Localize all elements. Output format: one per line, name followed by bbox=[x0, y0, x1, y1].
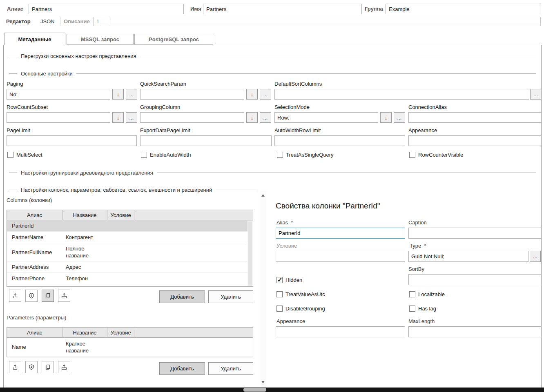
checkbox-box bbox=[409, 306, 415, 312]
column-header-alias[interactable]: Алиас bbox=[7, 210, 62, 220]
parameters-table: Алиас Название Условие Name Краткое назв… bbox=[7, 327, 253, 357]
columns-export-button[interactable] bbox=[58, 290, 70, 302]
editor-type-value[interactable]: JSON bbox=[40, 18, 55, 24]
export-data-page-limit-input[interactable] bbox=[140, 135, 272, 146]
prop-type-label: Type* bbox=[410, 243, 426, 249]
name-input[interactable] bbox=[203, 4, 362, 14]
columns-add-button[interactable]: Добавить bbox=[159, 290, 205, 303]
down-arrow-icon: ↓ bbox=[251, 91, 254, 97]
enable-auto-width-checkbox[interactable]: EnableAutoWidth bbox=[141, 152, 191, 158]
prop-type-ellipsis-button[interactable]: ... bbox=[530, 251, 541, 262]
multiselect-checkbox[interactable]: MultiSelect bbox=[7, 152, 42, 158]
connection-alias-input[interactable] bbox=[408, 112, 541, 123]
horizontal-scrollbar-thumb[interactable] bbox=[243, 388, 266, 392]
group-input[interactable] bbox=[386, 4, 541, 14]
hidden-checkbox[interactable]: Hidden bbox=[276, 277, 302, 283]
localizable-checkbox[interactable]: Localizable bbox=[409, 291, 445, 297]
row-count-subset-ellipsis-button[interactable]: ... bbox=[126, 112, 137, 123]
columns-copy-button[interactable] bbox=[42, 290, 54, 302]
treat-as-single-query-checkbox[interactable]: TreatAsSingleQuery bbox=[277, 152, 334, 158]
selection-mode-input[interactable] bbox=[274, 112, 378, 123]
quick-search-param-dropdown-button[interactable]: ↓ bbox=[246, 89, 258, 100]
scroll-up-icon[interactable] bbox=[261, 194, 265, 197]
parameters-import-button[interactable] bbox=[9, 361, 21, 373]
default-sort-columns-input[interactable] bbox=[274, 89, 529, 100]
columns-import-button[interactable] bbox=[9, 290, 21, 302]
columns-validate-button[interactable] bbox=[25, 290, 38, 302]
grouping-column-dropdown-button[interactable]: ↓ bbox=[246, 112, 258, 123]
down-arrow-icon: ↓ bbox=[117, 91, 120, 97]
properties-scrollbar[interactable] bbox=[260, 191, 266, 387]
paging-ellipsis-button[interactable]: ... bbox=[126, 89, 137, 100]
parameters-copy-button[interactable] bbox=[42, 361, 54, 373]
prop-alias-input[interactable] bbox=[276, 228, 405, 239]
group-label: Группа bbox=[365, 6, 383, 12]
column-header-condition[interactable]: Условие bbox=[107, 210, 134, 220]
columns-delete-button[interactable]: Удалить bbox=[208, 290, 253, 303]
paging-dropdown-button[interactable]: ↓ bbox=[112, 89, 124, 100]
parameters-validate-button[interactable] bbox=[25, 361, 38, 373]
param-header-caption[interactable]: Название bbox=[62, 328, 107, 337]
shield-arrow-down-icon bbox=[28, 364, 35, 370]
tab-metadata[interactable]: Метаданные bbox=[4, 33, 65, 45]
treat-value-as-utc-checkbox[interactable]: TreatValueAsUtc bbox=[276, 291, 325, 297]
prop-appearance-input[interactable] bbox=[276, 326, 405, 337]
ellipsis-icon: ... bbox=[263, 115, 268, 121]
table-row[interactable]: PartnerName Контрагент bbox=[7, 232, 253, 243]
columns-table: Алиас Название Условие PartnerId Partner… bbox=[7, 210, 253, 287]
row-counter-visible-checkbox[interactable]: RowCounterVisible bbox=[409, 152, 463, 158]
grouping-column-input[interactable] bbox=[140, 112, 244, 123]
table-row[interactable]: PartnerAddress Адрес bbox=[7, 261, 253, 273]
selection-mode-dropdown-button[interactable]: ↓ bbox=[380, 112, 392, 123]
auto-width-row-limit-input[interactable] bbox=[274, 135, 405, 146]
param-header-filler bbox=[134, 328, 253, 337]
table-row[interactable]: PartnerFullName Полное название bbox=[7, 243, 253, 261]
row-count-subset-dropdown-button[interactable]: ↓ bbox=[112, 112, 124, 123]
parameters-export-button[interactable] bbox=[58, 361, 70, 373]
selection-mode-ellipsis-button[interactable]: ... bbox=[394, 112, 405, 123]
table-row[interactable]: PartnerId bbox=[7, 220, 253, 232]
shield-arrow-down-icon bbox=[28, 292, 35, 299]
paging-label: Paging bbox=[7, 81, 23, 87]
prop-caption-input[interactable] bbox=[408, 228, 541, 239]
quick-search-param-label: QuickSearchParam bbox=[140, 81, 186, 87]
default-sort-columns-ellipsis-button[interactable]: ... bbox=[530, 89, 541, 100]
ellipsis-icon: ... bbox=[533, 91, 538, 97]
table-row[interactable]: PartnerPhone Телефон bbox=[7, 273, 253, 284]
prop-condition-input[interactable] bbox=[276, 251, 405, 262]
section-main-settings-title: Основные настройки bbox=[21, 71, 73, 77]
tab-postgresql-query[interactable]: PostgreSQL запрос bbox=[134, 34, 213, 45]
editor-divider bbox=[60, 17, 60, 26]
hastag-checkbox[interactable]: HasTag bbox=[409, 306, 436, 312]
param-header-condition[interactable]: Условие bbox=[107, 328, 134, 337]
row-count-subset-input[interactable] bbox=[7, 112, 110, 123]
prop-sortby-input[interactable] bbox=[408, 274, 541, 285]
paging-input[interactable] bbox=[7, 89, 110, 100]
quick-search-param-ellipsis-button[interactable]: ... bbox=[260, 89, 271, 100]
quick-search-param-input[interactable] bbox=[140, 89, 244, 100]
parameters-add-button[interactable]: Добавить bbox=[159, 362, 205, 375]
description-input[interactable] bbox=[111, 17, 541, 26]
columns-table-scrollbar[interactable] bbox=[247, 221, 253, 286]
param-header-alias[interactable]: Алиас bbox=[7, 328, 62, 337]
prop-alias-label: Alias* bbox=[276, 219, 293, 226]
cell-caption bbox=[62, 224, 107, 228]
column-header-filler bbox=[134, 210, 253, 220]
prop-type-input[interactable] bbox=[408, 251, 528, 262]
tab-mssql-query[interactable]: MSSQL запрос bbox=[67, 34, 134, 45]
prop-caption-label: Caption bbox=[408, 219, 427, 226]
alias-input[interactable] bbox=[29, 4, 184, 14]
prop-maxlength-input[interactable] bbox=[408, 326, 541, 337]
disable-grouping-checkbox[interactable]: DisableGrouping bbox=[276, 306, 325, 312]
page-limit-input[interactable] bbox=[7, 135, 137, 146]
appearance-input[interactable] bbox=[408, 135, 541, 146]
grouping-column-ellipsis-button[interactable]: ... bbox=[260, 112, 271, 123]
scroll-down-icon[interactable] bbox=[261, 381, 265, 383]
parameters-delete-button[interactable]: Удалить bbox=[208, 362, 253, 375]
description-number-input[interactable] bbox=[93, 17, 110, 26]
ellipsis-icon: ... bbox=[263, 91, 268, 97]
column-header-caption[interactable]: Название bbox=[62, 210, 107, 220]
table-row[interactable]: Name Краткое название bbox=[7, 338, 253, 357]
treat-value-as-utc-checkbox-label: TreatValueAsUtc bbox=[285, 291, 325, 297]
grouping-column-label: GroupingColumn bbox=[140, 104, 180, 110]
